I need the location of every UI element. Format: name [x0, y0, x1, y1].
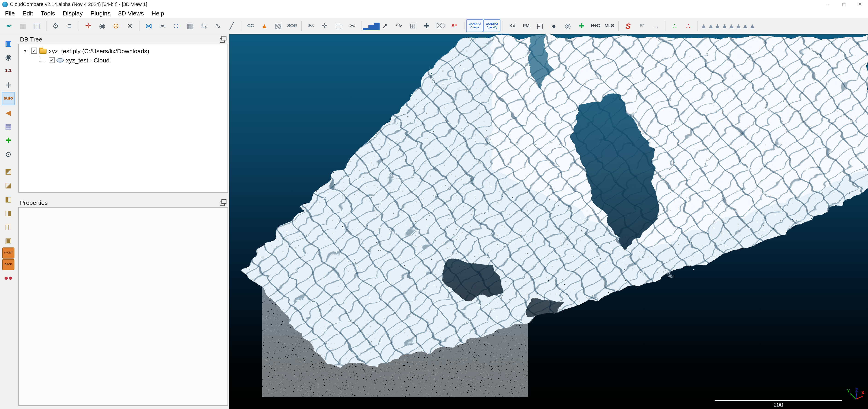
top-view-button[interactable]: ◩ [2, 164, 15, 178]
auto-pick-center-button[interactable]: auto [2, 92, 15, 105]
merge-button[interactable]: ⊕ [109, 19, 123, 33]
cross-section-button[interactable]: CC [244, 19, 257, 33]
classify-train-button[interactable]: ∴ [668, 19, 681, 33]
level-button[interactable]: ∿ [211, 19, 225, 33]
scissors-button[interactable]: ✂ [345, 19, 359, 33]
folder-icon [39, 49, 46, 54]
terrain-2-button[interactable]: ▲▲ [714, 19, 728, 33]
titlebar: CloudCompare v2.14.alpha (Nov 4 2024) [6… [0, 0, 868, 8]
register-pairs-button[interactable]: ⋈ [142, 19, 156, 33]
front-view-button[interactable]: ◧ [2, 192, 15, 206]
delete-button[interactable]: ✕ [123, 19, 137, 33]
expander-icon[interactable]: ▼ [23, 49, 29, 53]
properties-float-icon[interactable] [219, 199, 226, 205]
fine-registration-button[interactable]: ≍ [156, 19, 169, 33]
terrain-4-button[interactable]: ▲▲ [742, 19, 755, 33]
sf-arithmetic-button[interactable]: ↷ [392, 19, 406, 33]
left-view-button[interactable]: ◫ [2, 220, 15, 233]
stereo-button[interactable]: ●● [2, 271, 15, 284]
sphere-render-button[interactable]: ◎ [561, 19, 575, 33]
render-modes-button[interactable]: ▤ [2, 120, 15, 133]
kd-tree-button[interactable]: Kd [505, 19, 519, 33]
zoom-1-1-button[interactable]: 1:1 [2, 64, 15, 77]
trace-polyline-button[interactable]: ╱ [225, 19, 239, 33]
profile-button[interactable]: ↗ [378, 19, 392, 33]
axis-z-label: Z [855, 387, 858, 392]
console-button[interactable]: ≡ [62, 19, 76, 33]
db-tree-body[interactable]: ▼ ✓ xyz_test.ply (C:/Users/lix/Downloads… [18, 44, 228, 193]
subsample-button[interactable]: ∷ [169, 19, 183, 33]
menu-edit[interactable]: Edit [19, 8, 37, 18]
save-button[interactable]: ▦ [16, 19, 30, 33]
tree-row-file[interactable]: ▼ ✓ xyz_test.ply (C:/Users/lix/Downloads… [19, 46, 228, 55]
iso-back-button[interactable]: BACK [2, 259, 14, 270]
menu-plugins[interactable]: Plugins [87, 8, 114, 18]
bottom-view-button[interactable]: ◪ [2, 178, 15, 192]
clone-button[interactable]: ◉ [95, 19, 109, 33]
classify-apply-button[interactable]: ∴ [681, 19, 695, 33]
scale-bar-line [715, 400, 842, 401]
screenshot-button[interactable]: ▣ [2, 37, 15, 50]
iso-front-button[interactable]: FRONT [2, 248, 14, 258]
rasterize-button[interactable]: ⊞ [406, 19, 420, 33]
mls-button[interactable]: MLS [602, 19, 616, 33]
point-cloud-view[interactable] [229, 34, 868, 409]
db-tree-float-icon[interactable] [219, 36, 226, 42]
compute-distance-button[interactable]: ▲ [257, 19, 271, 33]
display-settings-button[interactable]: ⚙ [49, 19, 62, 33]
octree-button[interactable]: ▦ [183, 19, 197, 33]
apply-transformation-button[interactable]: ✛ [81, 19, 95, 33]
add-sf-button[interactable]: ✚ [420, 19, 433, 33]
normals-colors-button[interactable]: N+C [589, 19, 602, 33]
save-project-button[interactable]: ◫ [30, 19, 44, 33]
plugin-cross-button[interactable]: ✚ [575, 19, 589, 33]
menu-tools[interactable]: Tools [37, 8, 59, 18]
segment-button[interactable]: ✄ [304, 19, 318, 33]
file-visibility-checkbox[interactable]: ✓ [31, 48, 37, 54]
facets-button[interactable]: FM [519, 19, 533, 33]
global-zoom-button[interactable]: ✚ [2, 133, 15, 147]
camera-settings-button[interactable]: ◉ [2, 51, 15, 64]
delete-sf-button[interactable]: ⌦ [433, 19, 447, 33]
tree-row-cloud[interactable]: ✓ xyz_test - Cloud [19, 55, 228, 65]
view-toolbar: ▣ ◉ 1:1 ✛ auto ◀ ▤ ✚ ⊙ ◩ ◪ ◧ ◨ ◫ ▣ [0, 34, 17, 409]
db-tree-title: DB Tree [20, 36, 42, 42]
interactive-transform-button[interactable]: ⇆ [197, 19, 211, 33]
csf-filter-button[interactable]: S [621, 19, 635, 33]
pcv-button[interactable]: ● [547, 19, 561, 33]
scale-bar: 200 [715, 400, 842, 408]
export-button[interactable]: → [649, 19, 663, 33]
histogram-button[interactable]: ▂▅▇ [364, 19, 378, 33]
minimize-button[interactable]: – [820, 0, 836, 8]
menu-display[interactable]: Display [59, 8, 87, 18]
zoom-center-button[interactable]: ✛ [2, 78, 15, 92]
right-view-button[interactable]: ▣ [2, 234, 15, 247]
cloud-visibility-checkbox[interactable]: ✓ [49, 57, 55, 63]
canupo-create-button[interactable]: CANUPO Create [466, 19, 483, 32]
sf-manager-button[interactable]: SF [447, 19, 461, 33]
menu-help[interactable]: Help [148, 8, 168, 18]
pick-rotation-center-button[interactable]: ◀ [2, 106, 15, 119]
main-toolbar: ✒ ▦ ◫ ⚙ ≡ ✛ ◉ ⊕ ✕ ⋈ ≍ ∷ ▦ ⇆ ∿ ╱ [0, 18, 868, 34]
interpolate-button[interactable]: ▧ [271, 19, 285, 33]
close-button[interactable]: ✕ [852, 0, 868, 8]
back-view-button[interactable]: ◨ [2, 206, 15, 219]
restore-button[interactable]: □ [836, 0, 852, 8]
open-button[interactable]: ✒ [2, 19, 16, 33]
zoom-magnifier-button[interactable]: ⊙ [2, 147, 15, 161]
menu-3d-views[interactable]: 3D Views [114, 8, 148, 18]
canupo-classify-button[interactable]: CANUPO Classify [483, 19, 500, 32]
dual-display-button[interactable]: ◰ [533, 19, 547, 33]
axis-x-line [856, 396, 863, 399]
sor-filter-button[interactable]: SOR [285, 19, 299, 33]
viewport-3d[interactable]: 200 Y Z X [229, 34, 868, 409]
clipping-box-button[interactable]: ▢ [332, 19, 345, 33]
menu-file[interactable]: File [1, 8, 19, 18]
terrain-3-button[interactable]: ▲▲ [728, 19, 742, 33]
window-title: CloudCompare v2.14.alpha (Nov 4 2024) [6… [10, 1, 147, 7]
translate-rotate-button[interactable]: ✛ [318, 19, 332, 33]
scale-bar-label: 200 [715, 401, 842, 408]
cloud-icon [57, 58, 64, 62]
smooth-button[interactable]: S* [635, 19, 649, 33]
terrain-1-button[interactable]: ▲▲ [700, 19, 714, 33]
